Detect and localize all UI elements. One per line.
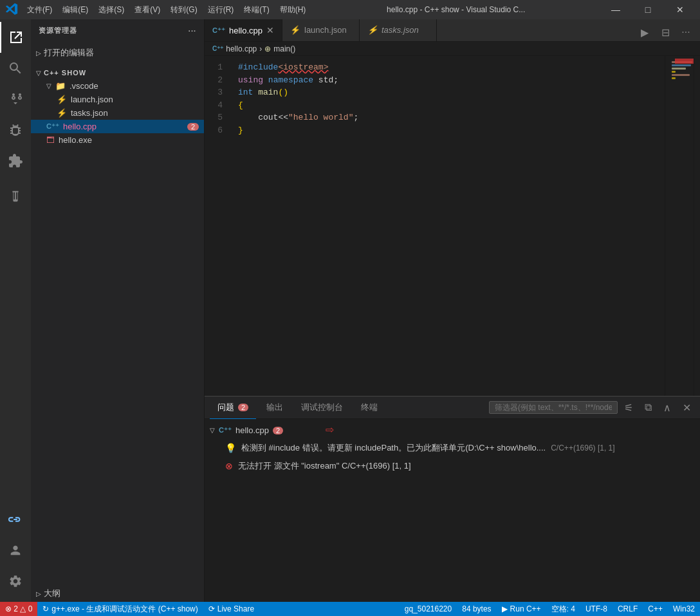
menu-edit[interactable]: 编辑(E) (57, 2, 93, 18)
tab-tasks-json[interactable]: ⚡ tasks.json (360, 19, 437, 41)
activity-source-control[interactable] (0, 84, 31, 115)
status-spaces-text: 空格: 4 (551, 604, 575, 615)
status-language[interactable]: C++ (643, 602, 668, 616)
sidebar-header: 资源管理器 ··· (31, 19, 204, 42)
panel-filter-input[interactable] (489, 401, 618, 414)
tab-hello-cpp[interactable]: C⁺⁺ hello.cpp ✕ (205, 19, 282, 41)
status-line-ending-text: CRLF (618, 604, 638, 613)
tab-close-hello-cpp[interactable]: ✕ (266, 25, 274, 35)
open-editors-section: ▷ 打开的编辑器 (31, 42, 204, 64)
status-run-cpp-text: Run C++ (510, 604, 541, 613)
hello-cpp-badge: 2 (187, 123, 199, 131)
maximize-button[interactable]: □ (633, 0, 663, 19)
editor-scrollbar[interactable] (694, 56, 700, 396)
menu-help[interactable]: 帮助(H) (275, 2, 311, 18)
status-process[interactable]: ↻ g++.exe - 生成和调试活动文件 (C++ show) (37, 602, 203, 616)
status-branch[interactable]: gq_50216220 (400, 602, 457, 616)
activity-search[interactable] (0, 53, 31, 84)
file-chevron-icon: ▽ (210, 427, 215, 434)
tab-launch-json[interactable]: ⚡ launch.json (282, 19, 360, 41)
minimap-line-5 (672, 74, 690, 76)
more-actions-button[interactable]: ··· (677, 23, 695, 41)
panel-tab-debug-console[interactable]: 调试控制台 (293, 397, 351, 419)
run-cpp-icon: ▶ (502, 604, 508, 613)
panel-tab-problems[interactable]: 问题 2 (210, 397, 256, 419)
minimap-line-4 (672, 71, 676, 73)
split-editor-button[interactable]: ⊟ (656, 23, 674, 41)
tasks-json-label: tasks.json (71, 108, 108, 118)
close-button[interactable]: ✕ (665, 0, 695, 19)
run-button[interactable]: ▶ (636, 23, 654, 41)
sidebar-more-button[interactable]: ··· (189, 27, 196, 35)
problem-item-2[interactable]: ⊗ 无法打开 源文件 "iostream" C/C++(1696) [1, 1] (205, 457, 700, 475)
problem-file-label: hello.cpp (235, 425, 269, 435)
tab-tasks-icon: ⚡ (367, 25, 378, 35)
code-editor[interactable]: 1 2 3 4 5 6 #include<iostream> using nam… (205, 56, 700, 396)
sidebar-item-hello-cpp[interactable]: C⁺⁺ hello.cpp 2 (31, 120, 204, 133)
status-errors[interactable]: ⊗ 2 △ 0 (0, 602, 37, 616)
breadcrumb-file[interactable]: hello.cpp (226, 44, 257, 53)
panel-tab-terminal[interactable]: 终端 (353, 397, 385, 419)
activity-remote[interactable] (0, 504, 31, 535)
sidebar-item-launch-json[interactable]: ⚡ launch.json (31, 93, 204, 106)
menu-view[interactable]: 查看(V) (129, 2, 165, 18)
problem-item-1[interactable]: 💡 检测到 #include 错误。请更新 includePath。已为此翻译单… (205, 439, 700, 457)
window-controls[interactable]: — □ ✕ (601, 0, 695, 19)
problems-label: 问题 (217, 402, 234, 413)
status-liveshare[interactable]: ⟳ Live Share (203, 602, 259, 616)
panel-tab-output[interactable]: 输出 (259, 397, 291, 419)
status-branch-text: gq_50216220 (405, 604, 452, 613)
breadcrumb-symbol[interactable]: main() (273, 44, 295, 53)
menu-file[interactable]: 文件(F) (22, 2, 57, 18)
project-section: ▽ C++ SHOW ▽ 📁 .vscode ⚡ launch.json (31, 64, 204, 149)
outline-header[interactable]: ▷ 大纲 (31, 585, 204, 602)
title-bar: 文件(F) 编辑(E) 选择(S) 查看(V) 转到(G) 运行(R) 终端(T… (0, 0, 700, 19)
breadcrumb: C⁺⁺ hello.cpp › ⊕ main() (205, 42, 700, 56)
status-spaces[interactable]: 空格: 4 (546, 602, 580, 616)
status-run-cpp[interactable]: ▶ Run C++ (497, 602, 546, 616)
minimap-line-6 (672, 77, 676, 79)
collapse-panel-button[interactable]: ∧ (659, 399, 676, 416)
minimize-button[interactable]: — (601, 0, 631, 19)
editor-area: C⁺⁺ hello.cpp ✕ ⚡ launch.json ⚡ tasks.js… (205, 19, 700, 602)
tab-launch-json-label: launch.json (304, 25, 347, 35)
status-liveshare-text: Live Share (217, 604, 254, 613)
vscode-logo (5, 3, 18, 17)
activity-settings[interactable] (0, 566, 31, 597)
filter-icon[interactable]: ⚟ (620, 399, 637, 416)
status-encoding[interactable]: UTF-8 (580, 602, 612, 616)
sidebar-item-tasks-json[interactable]: ⚡ tasks.json (31, 106, 204, 120)
menu-terminal[interactable]: 终端(T) (239, 2, 274, 18)
outline-arrow-icon: ▷ (36, 590, 41, 597)
hello-exe-label: hello.exe (59, 135, 92, 145)
sidebar-item-vscode[interactable]: ▽ 📁 .vscode (31, 79, 204, 93)
sidebar-item-hello-exe[interactable]: 🗔 hello.exe (31, 133, 204, 147)
menu-goto[interactable]: 转到(G) (165, 2, 202, 18)
output-label: 输出 (266, 402, 283, 413)
project-header[interactable]: ▽ C++ SHOW (31, 66, 204, 79)
status-os[interactable]: Win32 (668, 602, 700, 616)
activity-test[interactable] (0, 182, 31, 212)
status-filesize[interactable]: 84 bytes (457, 602, 496, 616)
terminal-label: 终端 (361, 402, 378, 413)
outline-label: 大纲 (44, 588, 60, 599)
menu-select[interactable]: 选择(S) (93, 2, 129, 18)
open-editors-header[interactable]: ▷ 打开的编辑器 (31, 44, 204, 61)
problem-file-cpp-icon: C⁺⁺ (219, 426, 232, 434)
close-panel-button[interactable]: ✕ (678, 399, 695, 416)
problem-file-header[interactable]: ▽ C⁺⁺ hello.cpp 2 ⇦ (205, 422, 700, 439)
activity-extensions[interactable] (0, 145, 31, 176)
launch-json-label: launch.json (71, 95, 113, 104)
activity-explorer[interactable] (0, 22, 31, 53)
error-icon: ⊗ (225, 461, 233, 471)
menu-bar[interactable]: 文件(F) 编辑(E) 选择(S) 查看(V) 转到(G) 运行(R) 终端(T… (22, 2, 311, 18)
copy-panel-button[interactable]: ⧉ (640, 399, 656, 416)
activity-run-debug[interactable] (0, 115, 31, 145)
status-line-ending[interactable]: CRLF (612, 602, 643, 616)
activity-account[interactable] (0, 535, 31, 566)
panel-tab-actions: ⚟ ⧉ ∧ ✕ (620, 399, 695, 416)
red-arrow-annotation: ⇦ (326, 424, 334, 436)
code-content[interactable]: #include<iostream> using namespace std; … (230, 56, 665, 396)
menu-run[interactable]: 运行(R) (203, 2, 239, 18)
breadcrumb-symbol-icon: ⊕ (264, 44, 271, 53)
